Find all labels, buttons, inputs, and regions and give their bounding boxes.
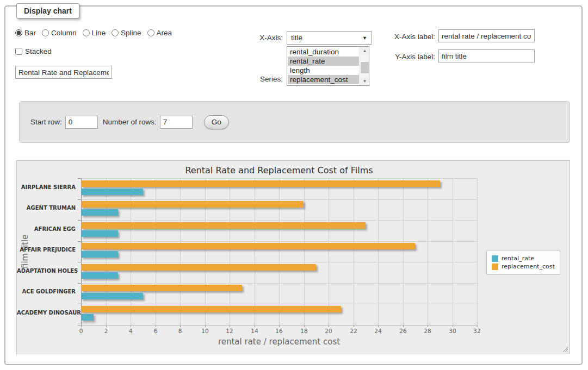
start-row-input[interactable] [65, 116, 98, 129]
replacement_cost-bar [81, 243, 415, 249]
series-option-rental_duration[interactable]: rental_duration [288, 47, 359, 57]
chart-type-radio-bar[interactable] [15, 29, 22, 36]
gridline [403, 178, 404, 325]
x-tick-label: 16 [268, 328, 290, 334]
chart-panel: Rental Rate and Replacement Cost of Film… [16, 160, 570, 354]
x-axis-title: rental rate / replacement cost [81, 337, 477, 347]
x-tick-label: 26 [392, 328, 414, 334]
series-listbox[interactable]: rental_durationrental_ratelengthreplacem… [287, 46, 369, 86]
chart-type-radio-spline[interactable] [112, 29, 119, 36]
chart-type-option-column[interactable]: Column [42, 29, 77, 37]
x-tick-label: 10 [194, 328, 216, 334]
category-label: ADAPTATION HOLES [17, 268, 76, 274]
fieldset-legend: Display chart [16, 3, 79, 18]
replacement_cost-bar [81, 180, 440, 187]
chart-type-option-bar[interactable]: Bar [15, 29, 36, 37]
series-option-replacement_cost[interactable]: replacement_cost [288, 75, 359, 84]
chart-type-radio-line[interactable] [83, 29, 90, 36]
chart-title-input[interactable] [15, 66, 112, 79]
series-listbox-label: Series: [228, 75, 283, 83]
gridline [230, 178, 230, 325]
chart-type-radio-area[interactable] [147, 29, 154, 36]
gridline [279, 178, 280, 325]
rental_rate-bar [81, 251, 118, 258]
chart-type-option-area[interactable]: Area [147, 29, 172, 37]
gridline [180, 178, 181, 325]
category-label: AGENT TRUMAN [17, 205, 76, 211]
chart-type-option-label: Line [92, 29, 106, 37]
x-tick-label: 18 [293, 328, 315, 334]
legend-swatch [492, 264, 498, 270]
gridline [81, 220, 477, 221]
legend-item-rental_rate[interactable]: rental_rate [492, 255, 555, 262]
category-label: AFFAIR PREJUDICE [17, 247, 76, 253]
number-of-rows-input[interactable] [160, 116, 193, 129]
replacement_cost-bar [81, 222, 366, 229]
x-tick-label: 14 [244, 328, 265, 334]
x-axis-select-value: title [291, 34, 362, 42]
chart-type-option-label: Bar [24, 29, 36, 37]
gridline [205, 178, 206, 325]
x-tick-label: 12 [219, 328, 240, 334]
chart-type-option-spline[interactable]: Spline [112, 29, 141, 37]
replacement_cost-bar [81, 285, 242, 291]
replacement_cost-bar [81, 306, 341, 312]
x-axis-tick [477, 325, 478, 327]
gridline [81, 178, 477, 179]
legend-label: replacement_cost [502, 263, 555, 270]
gridline [131, 178, 131, 325]
gridline [428, 178, 428, 325]
page: Display chart BarColumnLineSplineArea St… [0, 0, 588, 370]
x-axis-label-input[interactable] [438, 29, 535, 42]
replacement_cost-bar [81, 201, 304, 208]
legend-item-replacement_cost[interactable]: replacement_cost [492, 263, 555, 270]
gridline [255, 178, 255, 325]
category-label: ACADEMY DINOSAUR [17, 310, 76, 316]
resize-grip-icon[interactable] [562, 346, 568, 352]
chart-title: Rental Rate and Replacement Cost of Film… [81, 165, 477, 175]
chart-type-option-label: Column [51, 29, 77, 37]
rental_rate-bar [81, 209, 118, 216]
x-tick-label: 8 [169, 328, 191, 334]
scrollbar-thumb[interactable] [361, 62, 369, 73]
gridline [81, 325, 477, 325]
stacked-checkbox[interactable] [15, 48, 22, 55]
x-axis-label-label: X-Axis label: [368, 33, 435, 41]
gridline [81, 262, 477, 262]
scroll-down-icon[interactable]: ▼ [360, 77, 369, 85]
replacement_cost-bar [81, 264, 316, 271]
chart-type-option-label: Area [157, 29, 172, 37]
rental_rate-bar [81, 230, 118, 237]
chart-type-radio-column[interactable] [42, 29, 49, 36]
legend-label: rental_rate [502, 255, 534, 262]
fieldset-legend-text: Display chart [24, 7, 72, 15]
go-button[interactable]: Go [204, 115, 229, 129]
dropdown-arrow-icon: ▼ [362, 35, 367, 41]
chart-type-option-line[interactable]: Line [83, 29, 106, 37]
gridline [453, 178, 453, 325]
rental_rate-bar [81, 314, 94, 321]
x-tick-label: 32 [466, 328, 488, 334]
series-option-rental_rate[interactable]: rental_rate [288, 57, 359, 66]
rental_rate-bar [81, 272, 118, 279]
chart-type-option-label: Spline [121, 29, 141, 37]
gridline [81, 304, 477, 304]
x-tick-label: 28 [417, 328, 438, 334]
stacked-checkbox-row[interactable]: Stacked [15, 47, 52, 55]
x-tick-label: 6 [145, 328, 166, 334]
x-axis-select[interactable]: title ▼ [287, 31, 372, 45]
number-of-rows-label: Number of rows: [103, 118, 157, 126]
gridline [354, 178, 354, 325]
category-label: AFRICAN EGG [17, 226, 76, 233]
series-option-length[interactable]: length [288, 66, 359, 75]
legend-swatch [492, 255, 498, 262]
y-axis-label-input[interactable] [438, 49, 535, 62]
start-row-label: Start row: [30, 118, 62, 126]
rental_rate-bar [81, 293, 143, 299]
x-tick-label: 2 [95, 328, 117, 334]
gridline [81, 199, 477, 200]
x-tick-label: 4 [120, 328, 141, 334]
series-options: rental_durationrental_ratelengthreplacem… [288, 47, 359, 84]
x-tick-label: 0 [70, 328, 92, 334]
stacked-checkbox-label: Stacked [25, 47, 52, 55]
